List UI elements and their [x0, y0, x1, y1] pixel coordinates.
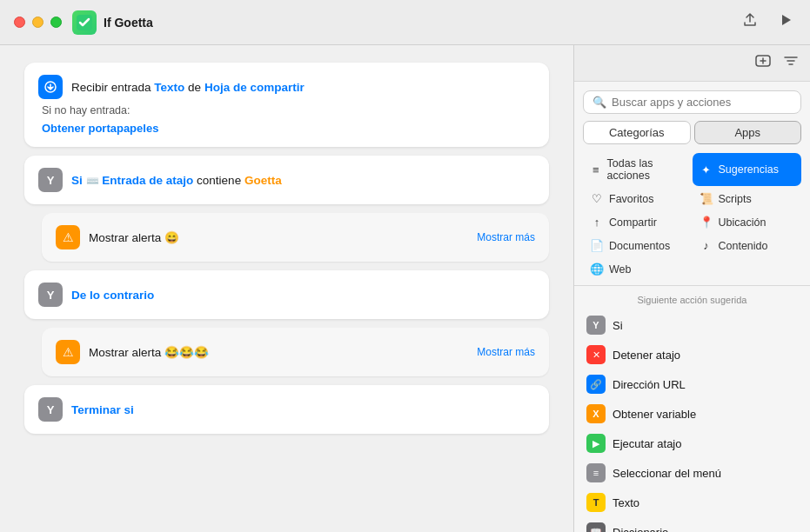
si-card[interactable]: Y Si ⌨️ Entrada de atajo contiene Goetta	[24, 156, 549, 204]
action-detener-label: Detener atajo	[613, 349, 680, 362]
close-button[interactable]	[14, 17, 25, 28]
cat-scripts-label: Scripts	[719, 193, 752, 205]
action-menu-icon: ≡	[586, 463, 606, 482]
tab-categorias[interactable]: Categorías	[583, 121, 691, 144]
action-detener-icon: ✕	[586, 345, 606, 364]
cat-sugerencias-label: Sugerencias	[719, 163, 780, 176]
cat-ubicacion[interactable]: 📍 Ubicación	[693, 211, 802, 233]
action-variable-label: Obtener variable	[613, 408, 696, 421]
alert-1-title: Mostrar alerta 😄	[89, 230, 468, 244]
action-url-icon: 🔗	[586, 375, 606, 394]
alert-2-header: ⚠ Mostrar alerta 😂😂😂 Mostrar más	[56, 340, 535, 364]
run-button[interactable]	[775, 10, 796, 35]
cat-favoritos-label: Favoritos	[609, 193, 653, 205]
si-header: Y Si ⌨️ Entrada de atajo contiene Goetta	[38, 168, 535, 192]
cat-favoritos[interactable]: ♡ Favoritos	[583, 188, 693, 209]
action-diccionario[interactable]: 📖 Diccionario	[579, 517, 805, 532]
else-icon: Y	[38, 283, 63, 307]
cat-contenido[interactable]: ♪ Contenido	[693, 235, 802, 256]
cat-contenido-icon: ♪	[700, 239, 713, 252]
action-menu[interactable]: ≡ Seleccionar del menú	[579, 458, 805, 488]
cat-compartir[interactable]: ↑ Compartir	[583, 211, 693, 233]
cat-ubicacion-label: Ubicación	[719, 216, 766, 229]
alert-2-icon: ⚠	[56, 340, 80, 364]
share-button[interactable]	[739, 9, 761, 36]
cat-todas-label: Todas las acciones	[607, 157, 686, 182]
workflow-panel: Recibir entrada Texto de Hoja de compart…	[0, 45, 573, 532]
traffic-lights	[14, 17, 62, 28]
action-detener[interactable]: ✕ Detener atajo	[579, 340, 805, 369]
cat-web-label: Web	[609, 263, 631, 276]
search-icon: 🔍	[592, 96, 606, 109]
else-title: De lo contrario	[71, 289, 535, 302]
cat-documentos-icon: 📄	[590, 239, 604, 252]
fullscreen-button[interactable]	[50, 17, 62, 28]
alert-2-card[interactable]: ⚠ Mostrar alerta 😂😂😂 Mostrar más	[42, 328, 549, 376]
tab-apps[interactable]: Apps	[694, 121, 802, 144]
cat-contenido-label: Contenido	[719, 240, 768, 252]
fallback-link[interactable]: Obtener portapapeles	[38, 122, 535, 135]
show-more-1[interactable]: Mostrar más	[477, 231, 535, 243]
alert-2-title: Mostrar alerta 😂😂😂	[89, 345, 468, 359]
action-diccionario-icon: 📖	[586, 522, 606, 532]
right-panel: 🔍 Categorías Apps ≡ Todas las acciones ✦…	[573, 45, 810, 532]
filter-button[interactable]	[782, 52, 800, 74]
action-texto-label: Texto	[613, 496, 639, 509]
cat-documentos-label: Documentos	[609, 240, 670, 252]
add-to-quick-actions-button[interactable]	[754, 52, 772, 74]
cat-documentos[interactable]: 📄 Documentos	[583, 235, 693, 256]
action-menu-label: Seleccionar del menú	[613, 467, 721, 480]
no-input-label: Si no hay entrada:	[38, 104, 535, 116]
action-ejecutar-label: Ejecutar atajo	[613, 437, 682, 450]
cat-scripts[interactable]: 📜 Scripts	[693, 188, 802, 209]
cat-scripts-icon: 📜	[700, 192, 713, 205]
window-title: If Goetta	[104, 16, 739, 30]
cat-web-icon: 🌐	[590, 263, 604, 276]
cat-ubicacion-icon: 📍	[700, 216, 713, 229]
cat-sugerencias[interactable]: ✦ Sugerencias	[693, 153, 802, 186]
card-header: Recibir entrada Texto de Hoja de compart…	[38, 75, 535, 99]
receive-icon	[38, 75, 63, 99]
search-bar[interactable]: 🔍	[583, 90, 801, 114]
cat-todas-icon: ≡	[590, 163, 602, 176]
action-si[interactable]: Y Si	[579, 310, 805, 340]
receive-title: Recibir entrada Texto de Hoja de compart…	[71, 81, 535, 94]
cat-compartir-label: Compartir	[609, 216, 657, 229]
action-ejecutar-icon: ▶	[586, 434, 606, 453]
action-variable[interactable]: X Obtener variable	[579, 399, 805, 429]
cat-web[interactable]: 🌐 Web	[583, 258, 693, 280]
tabs-row: Categorías Apps	[583, 121, 801, 144]
alert-1-card[interactable]: ⚠ Mostrar alerta 😄 Mostrar más	[42, 213, 549, 262]
titlebar-actions	[739, 9, 796, 36]
cat-compartir-icon: ↑	[590, 216, 604, 229]
action-url[interactable]: 🔗 Dirección URL	[579, 369, 805, 399]
end-if-icon: Y	[38, 397, 63, 422]
action-variable-icon: X	[586, 404, 606, 423]
end-if-title: Terminar si	[71, 403, 535, 416]
end-if-card[interactable]: Y Terminar si	[24, 385, 549, 434]
si-icon: Y	[38, 168, 63, 192]
cat-todas[interactable]: ≡ Todas las acciones	[583, 153, 693, 186]
action-list: Y Si ✕ Detener atajo 🔗 Dirección URL X	[574, 310, 810, 532]
main-content: Recibir entrada Texto de Hoja de compart…	[0, 45, 810, 532]
show-more-2[interactable]: Mostrar más	[477, 346, 535, 358]
end-if-header: Y Terminar si	[38, 397, 535, 422]
action-ejecutar[interactable]: ▶ Ejecutar atajo	[579, 429, 805, 458]
alert-1-header: ⚠ Mostrar alerta 😄 Mostrar más	[56, 225, 535, 249]
cat-favoritos-icon: ♡	[590, 192, 604, 205]
cat-sugerencias-icon: ✦	[700, 163, 713, 176]
action-diccionario-label: Diccionario	[613, 526, 668, 533]
alert-1-icon: ⚠	[56, 225, 80, 249]
app-icon	[72, 10, 97, 35]
action-url-label: Dirección URL	[613, 378, 686, 391]
action-si-icon: Y	[586, 316, 606, 335]
receive-input-card[interactable]: Recibir entrada Texto de Hoja de compart…	[24, 63, 549, 147]
right-toolbar	[574, 45, 810, 82]
action-si-label: Si	[613, 319, 623, 332]
si-title: Si ⌨️ Entrada de atajo contiene Goetta	[71, 174, 535, 187]
minimize-button[interactable]	[32, 17, 44, 28]
else-card[interactable]: Y De lo contrario	[24, 270, 549, 319]
search-input[interactable]	[612, 96, 792, 109]
categories-grid: ≡ Todas las acciones ✦ Sugerencias ♡ Fav…	[574, 153, 810, 286]
action-texto[interactable]: T Texto	[579, 488, 805, 517]
